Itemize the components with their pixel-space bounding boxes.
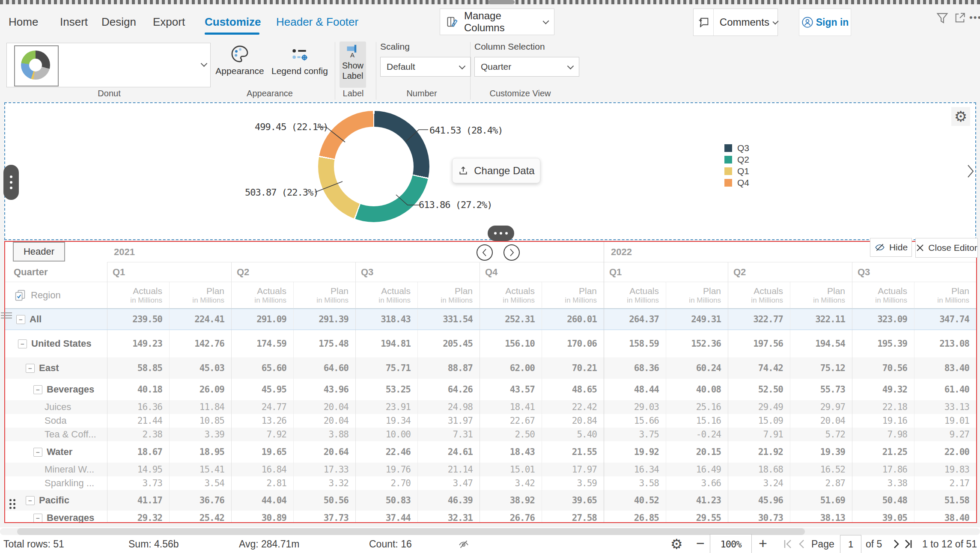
value-cell[interactable]: 9.27	[914, 428, 976, 441]
value-cell[interactable]: 3.24	[728, 476, 790, 490]
menu-item-export[interactable]: Export	[153, 15, 185, 29]
value-cell[interactable]: 51.69	[790, 490, 852, 511]
value-cell[interactable]: 26.85	[604, 511, 666, 523]
scroll-columns-right-button[interactable]	[503, 244, 520, 261]
previous-page-button[interactable]	[797, 538, 807, 552]
value-cell[interactable]: 21.25	[852, 441, 914, 463]
quarter-header-2021-q4[interactable]: Q4	[480, 262, 604, 282]
row-label-cell[interactable]: Sparkling ...	[5, 476, 107, 490]
first-page-button[interactable]	[783, 538, 794, 552]
value-cell[interactable]: 70.56	[852, 357, 914, 379]
quarter-header-2022-q1[interactable]: Q1	[604, 262, 728, 282]
table-row-sparkling-[interactable]: Sparkling ...3.733.542.813.322.703.473.4…	[5, 476, 976, 490]
menu-item-customize[interactable]: Customize	[205, 15, 261, 29]
value-cell[interactable]: 15.01	[480, 463, 542, 476]
value-cell[interactable]: 149.23	[107, 330, 169, 357]
value-cell[interactable]: 16.52	[790, 463, 852, 476]
collapse-icon[interactable]: −	[26, 496, 35, 505]
value-cell[interactable]: 24.61	[417, 441, 480, 463]
value-cell[interactable]: 18.95	[169, 441, 231, 463]
row-label-cell[interactable]: −United States	[5, 330, 107, 357]
value-cell[interactable]: 16.34	[604, 463, 666, 476]
value-cell[interactable]: 19.16	[852, 414, 914, 428]
table-row-mineral-w-[interactable]: Mineral W...14.9515.4116.8417.3319.7621.…	[5, 463, 976, 476]
value-cell[interactable]: 22.46	[355, 441, 417, 463]
value-cell[interactable]: 322.77	[728, 309, 790, 330]
value-cell[interactable]: 38.92	[480, 490, 542, 511]
value-cell[interactable]: 16.84	[231, 463, 293, 476]
value-cell[interactable]: 64.60	[293, 357, 355, 379]
legend-item-q3[interactable]: Q3	[724, 143, 749, 153]
last-page-button[interactable]	[903, 538, 914, 552]
value-cell[interactable]: 16.36	[107, 400, 169, 414]
value-cell[interactable]: 15.09	[728, 414, 790, 428]
table-row-all[interactable]: −All239.50224.41291.09291.39318.43331.54…	[5, 309, 976, 330]
value-cell[interactable]: 68.36	[604, 357, 666, 379]
table-row-water[interactable]: −Water18.6718.9519.6520.6422.4624.6118.4…	[5, 441, 976, 463]
appearance-button[interactable]: Appearance	[214, 43, 265, 76]
value-cell[interactable]: 249.31	[666, 309, 728, 330]
value-cell[interactable]: 10.00	[355, 428, 417, 441]
row-label-cell[interactable]: −Water	[5, 441, 107, 463]
value-cell[interactable]: 29.49	[728, 400, 790, 414]
menu-item-header-footer[interactable]: Header & Footer	[276, 15, 358, 29]
header-button[interactable]: Header	[13, 242, 65, 262]
value-cell[interactable]: 88.87	[417, 357, 480, 379]
value-cell[interactable]: 7.31	[417, 428, 480, 441]
chart-next-chevron-icon[interactable]	[966, 163, 975, 181]
value-cell[interactable]: 30.73	[728, 511, 790, 523]
value-cell[interactable]: 20.84	[542, 414, 604, 428]
value-cell[interactable]: 347.74	[914, 309, 976, 330]
collapse-icon[interactable]: −	[26, 364, 35, 373]
value-cell[interactable]: 19.39	[790, 441, 852, 463]
measure-header-2022-q3-actuals[interactable]: Actualsin Millions	[852, 282, 914, 309]
value-cell[interactable]: 252.31	[480, 309, 542, 330]
close-editor-button[interactable]: Close Editor	[915, 238, 978, 258]
value-cell[interactable]: 213.08	[914, 330, 976, 357]
collapse-icon[interactable]: −	[16, 315, 25, 324]
show-label-toggle[interactable]: A Show Label	[340, 42, 366, 88]
hide-button[interactable]: Hide	[870, 238, 912, 257]
value-cell[interactable]: 260.01	[542, 309, 604, 330]
zoom-out-button[interactable]: −	[696, 535, 705, 552]
value-cell[interactable]: 3.66	[666, 476, 728, 490]
more-options-icon[interactable]: •••	[969, 12, 980, 23]
value-cell[interactable]: 60.24	[666, 357, 728, 379]
value-cell[interactable]: 21.92	[728, 441, 790, 463]
value-cell[interactable]: 16.49	[666, 463, 728, 476]
measure-header-2022-q3-plan[interactable]: Planin Millions	[914, 282, 976, 309]
value-cell[interactable]: 21.14	[417, 463, 480, 476]
table-row-east[interactable]: −East58.8545.0365.6064.6075.7188.8762.00…	[5, 357, 976, 379]
value-cell[interactable]: 3.47	[417, 476, 480, 490]
chart-settings-gear-icon[interactable]: ⚙	[951, 107, 970, 126]
value-cell[interactable]: 26.76	[480, 511, 542, 523]
top-scroll-thumb[interactable]	[488, 0, 515, 4]
measure-header-2021-q3-plan[interactable]: Planin Millions	[417, 282, 480, 309]
value-cell[interactable]: 156.10	[480, 330, 542, 357]
menu-item-home[interactable]: Home	[9, 15, 38, 29]
value-cell[interactable]: 22.67	[480, 414, 542, 428]
value-cell[interactable]: 18.67	[107, 441, 169, 463]
value-cell[interactable]: 3.88	[293, 428, 355, 441]
value-cell[interactable]: 239.50	[107, 309, 169, 330]
collapse-icon[interactable]: −	[33, 448, 42, 457]
value-cell[interactable]: 22.18	[852, 400, 914, 414]
value-cell[interactable]: 18.68	[728, 463, 790, 476]
row-label-cell[interactable]: −Beverages	[5, 511, 107, 523]
value-cell[interactable]: 70.21	[542, 357, 604, 379]
value-cell[interactable]: 264.37	[604, 309, 666, 330]
value-cell[interactable]: 2.81	[231, 476, 293, 490]
value-cell[interactable]: 33.13	[914, 400, 976, 414]
value-cell[interactable]: 7.98	[852, 428, 914, 441]
value-cell[interactable]: 3.75	[604, 428, 666, 441]
value-cell[interactable]: 29.97	[790, 400, 852, 414]
value-cell[interactable]: 2.70	[355, 476, 417, 490]
change-data-button[interactable]: Change Data	[452, 158, 540, 183]
value-cell[interactable]: 19.65	[231, 441, 293, 463]
value-cell[interactable]: 38.13	[790, 511, 852, 523]
value-cell[interactable]: 45.95	[231, 379, 293, 400]
value-cell[interactable]: 17.86	[852, 463, 914, 476]
value-cell[interactable]: 331.54	[417, 309, 480, 330]
quarter-header-2021-q1[interactable]: Q1	[107, 262, 231, 282]
collapse-icon[interactable]: −	[18, 339, 27, 348]
